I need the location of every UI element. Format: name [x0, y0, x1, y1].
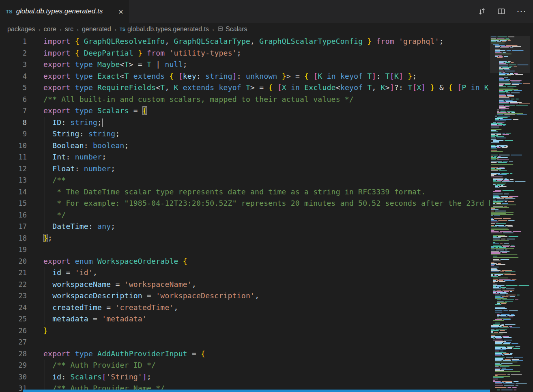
- code-text[interactable]: Float: number;: [27, 163, 115, 175]
- code-line[interactable]: 27: [0, 336, 490, 348]
- code-text[interactable]: * For example: "1985-04-12T23:20:50.52Z"…: [27, 198, 490, 209]
- code-line[interactable]: 5export type RequireFields<T, K extends …: [0, 82, 490, 94]
- line-number[interactable]: 26: [0, 325, 27, 337]
- horizontal-scrollbar[interactable]: [23, 390, 490, 392]
- minimap[interactable]: [490, 36, 530, 392]
- line-number[interactable]: 11: [0, 151, 27, 163]
- more-actions-button[interactable]: ⋯: [516, 6, 527, 17]
- line-number[interactable]: 4: [0, 71, 27, 82]
- code-text[interactable]: export type AddAuthProviderInput = {: [27, 348, 205, 360]
- split-editor-button[interactable]: [497, 7, 506, 16]
- code-text[interactable]: export enum WorkspaceOrderable {: [27, 256, 187, 267]
- line-number[interactable]: 15: [0, 198, 27, 209]
- code-line[interactable]: 9 String: string;: [0, 128, 490, 140]
- breadcrumb-item-core[interactable]: core: [44, 26, 56, 33]
- code-text[interactable]: String: string;: [27, 128, 120, 140]
- code-line[interactable]: 16 */: [0, 209, 490, 221]
- code-text[interactable]: */: [27, 209, 66, 221]
- code-line[interactable]: 8 ID: string;: [0, 117, 490, 129]
- line-number[interactable]: 16: [0, 209, 27, 221]
- code-line[interactable]: 13 /**: [0, 174, 490, 186]
- code-line[interactable]: 10 Boolean: boolean;: [0, 140, 490, 152]
- breadcrumb-item-global-db-types-generated-ts[interactable]: TSglobal.db.types.generated.ts: [120, 26, 209, 33]
- line-number[interactable]: 12: [0, 163, 27, 175]
- code-text[interactable]: }: [27, 325, 48, 337]
- line-number[interactable]: 19: [0, 244, 27, 256]
- code-text[interactable]: [27, 244, 43, 256]
- code-text[interactable]: };: [27, 233, 52, 244]
- code-line[interactable]: 6/** All built-in and custom scalars, ma…: [0, 94, 490, 106]
- line-number[interactable]: 5: [0, 82, 27, 94]
- code-line[interactable]: 1import { GraphQLResolveInfo, GraphQLSca…: [0, 36, 490, 47]
- code-line[interactable]: 11 Int: number;: [0, 151, 490, 163]
- code-line[interactable]: 2import { DeepPartial } from 'utility-ty…: [0, 47, 490, 59]
- code-line[interactable]: 18};: [0, 233, 490, 244]
- code-text[interactable]: export type RequireFields<T, K extends k…: [27, 82, 490, 94]
- line-number[interactable]: 17: [0, 221, 27, 233]
- line-number[interactable]: 27: [0, 336, 27, 348]
- line-number[interactable]: 22: [0, 279, 27, 291]
- code-line[interactable]: 3export type Maybe<T> = T | null;: [0, 59, 490, 71]
- code-line[interactable]: 23 workspaceDescription = 'workspaceDesc…: [0, 290, 490, 302]
- breadcrumb-item-generated[interactable]: generated: [82, 26, 111, 33]
- line-number[interactable]: 13: [0, 174, 27, 186]
- open-changes-button[interactable]: [477, 7, 486, 16]
- code-line[interactable]: 25 metadata = 'metadata': [0, 313, 490, 325]
- line-number[interactable]: 6: [0, 94, 27, 106]
- editor-pane[interactable]: 1import { GraphQLResolveInfo, GraphQLSca…: [0, 36, 490, 392]
- line-number[interactable]: 28: [0, 348, 27, 360]
- code-text[interactable]: export type Maybe<T> = T | null;: [27, 59, 187, 71]
- code-line[interactable]: 19: [0, 244, 490, 256]
- code-line[interactable]: 24 createdTime = 'createdTime',: [0, 302, 490, 314]
- code-text[interactable]: ID: string;: [27, 117, 103, 129]
- line-number[interactable]: 14: [0, 186, 27, 198]
- code-line[interactable]: 15 * For example: "1985-04-12T23:20:50.5…: [0, 198, 490, 209]
- code-line[interactable]: 12 Float: number;: [0, 163, 490, 175]
- code-text[interactable]: metadata = 'metadata': [27, 313, 147, 325]
- line-number[interactable]: 9: [0, 128, 27, 140]
- code-text[interactable]: workspaceName = 'workspaceName',: [27, 279, 196, 291]
- line-number[interactable]: 1: [0, 36, 27, 47]
- code-line[interactable]: 4export type Exact<T extends { [key: str…: [0, 71, 490, 82]
- code-text[interactable]: workspaceDescription = 'workspaceDescrip…: [27, 290, 259, 302]
- line-number[interactable]: 30: [0, 371, 27, 383]
- code-line[interactable]: 30 id: Scalars['String'];: [0, 371, 490, 383]
- code-text[interactable]: /** All built-in and custom scalars, map…: [27, 94, 354, 106]
- code-text[interactable]: id = 'id',: [27, 267, 97, 279]
- code-line[interactable]: 17 DateTime: any;: [0, 221, 490, 233]
- code-text[interactable]: [27, 336, 43, 348]
- code-text[interactable]: id: Scalars['String'];: [27, 371, 151, 383]
- line-number[interactable]: 21: [0, 267, 27, 279]
- line-number[interactable]: 29: [0, 360, 27, 371]
- code-text[interactable]: Boolean: boolean;: [27, 140, 129, 152]
- code-line[interactable]: 26}: [0, 325, 490, 337]
- code-text[interactable]: import { GraphQLResolveInfo, GraphQLScal…: [27, 36, 444, 47]
- code-text[interactable]: /**: [27, 174, 66, 186]
- breadcrumb-item-packages[interactable]: packages: [7, 26, 35, 33]
- code-text[interactable]: export type Scalars = {: [27, 105, 147, 117]
- code-text[interactable]: * The DateTime scalar type represents da…: [27, 186, 426, 198]
- code-text[interactable]: Int: number;: [27, 151, 106, 163]
- code-line[interactable]: 14 * The DateTime scalar type represents…: [0, 186, 490, 198]
- line-number[interactable]: 25: [0, 313, 27, 325]
- line-number[interactable]: 20: [0, 256, 27, 267]
- line-number[interactable]: 8: [0, 117, 27, 129]
- line-number[interactable]: 18: [0, 233, 27, 244]
- code-line[interactable]: 22 workspaceName = 'workspaceName',: [0, 279, 490, 291]
- line-number[interactable]: 3: [0, 59, 27, 71]
- code-line[interactable]: 29 /** Auth Provider ID */: [0, 360, 490, 371]
- code-text[interactable]: import { DeepPartial } from 'utility-typ…: [27, 47, 241, 59]
- code-text[interactable]: export type Exact<T extends { [key: stri…: [27, 71, 417, 82]
- tab-global-db-types[interactable]: TS global.db.types.generated.ts ×: [0, 0, 129, 23]
- line-number[interactable]: 7: [0, 105, 27, 117]
- breadcrumb-item-scalars[interactable]: Scalars: [217, 26, 247, 33]
- code-line[interactable]: 21 id = 'id',: [0, 267, 490, 279]
- line-number[interactable]: 23: [0, 290, 27, 302]
- code-text[interactable]: DateTime: any;: [27, 221, 115, 233]
- line-number[interactable]: 10: [0, 140, 27, 152]
- close-icon[interactable]: ×: [117, 7, 125, 16]
- code-line[interactable]: 28export type AddAuthProviderInput = {: [0, 348, 490, 360]
- line-number[interactable]: 2: [0, 47, 27, 59]
- line-number[interactable]: 24: [0, 302, 27, 314]
- code-text[interactable]: createdTime = 'createdTime',: [27, 302, 178, 314]
